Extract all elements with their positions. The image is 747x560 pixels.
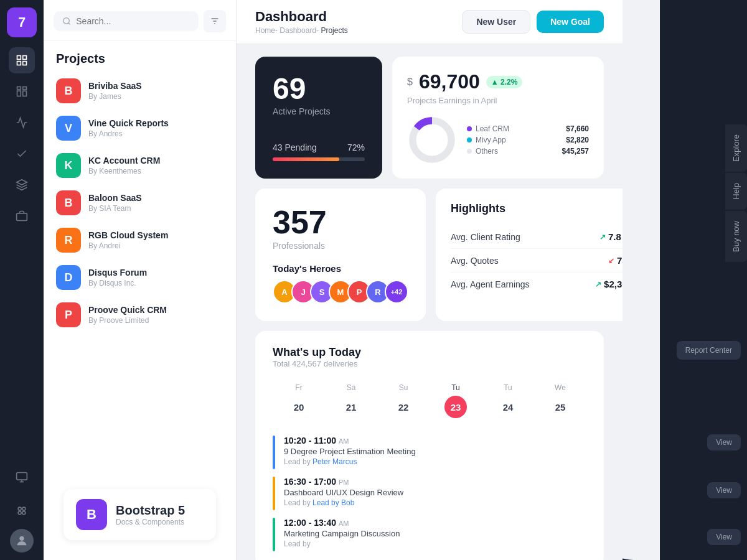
earnings-number: 69,700 (419, 70, 480, 93)
project-info: Disqus Forum By Disqus Inc. (88, 268, 223, 287)
calendar-day[interactable]: Tu 24 (482, 378, 534, 423)
project-icon: P (56, 302, 81, 327)
svg-rect-4 (17, 87, 21, 90)
sidebar-tab[interactable]: Buy now (725, 211, 747, 262)
project-author: By Disqus Inc. (88, 279, 223, 287)
search-bar-area (44, 0, 236, 40)
whatsup-header: What's up Today Total 424,567 deliveries (273, 346, 586, 368)
filter-button[interactable] (204, 10, 226, 32)
list-item[interactable]: B Baloon SaaS By SIA Team (44, 184, 236, 222)
project-icon: D (56, 265, 81, 290)
svg-marker-8 (17, 180, 27, 185)
highlight-label: Avg. Agent Earnings (451, 279, 530, 289)
calendar-day[interactable]: Fr 20 (273, 378, 325, 423)
view-button-3[interactable]: View (707, 529, 741, 545)
search-input-wrap[interactable] (54, 11, 199, 31)
list-item[interactable]: K KC Account CRM By Keenthemes (44, 147, 236, 184)
list-item[interactable]: V Vine Quick Reports By Andres (44, 110, 236, 147)
whatsup-section: What's up Today Total 424,567 deliveries… (255, 331, 604, 560)
schedule-item: 12:00 - 13:40 AM Marketing Campaign Disc… (273, 518, 586, 551)
list-item[interactable]: B Briviba SaaS By James (44, 72, 236, 110)
user-number-badge[interactable]: 7 (7, 7, 37, 37)
sidebar-tab[interactable]: Help (725, 173, 747, 210)
search-input[interactable] (76, 16, 190, 26)
sidebar-curve (622, 0, 660, 560)
sidebar-item-monitor[interactable] (9, 464, 35, 490)
project-icon: B (56, 78, 81, 103)
calendar-day[interactable]: Sa 21 (325, 378, 377, 423)
day-name: Sa (327, 383, 375, 392)
day-number: 21 (340, 396, 362, 418)
highlight-label: Avg. Quotes (451, 256, 499, 266)
project-author: By James (88, 92, 223, 101)
earnings-amount-row: $ 69,700 ▲ 2.2% (407, 70, 589, 93)
header-actions: New User New Goal (462, 10, 604, 34)
svg-rect-2 (17, 62, 21, 65)
schedule-content: 10:20 - 11:00 AM 9 Degree Project Estima… (284, 436, 416, 466)
sidebar-item-briefcase[interactable] (9, 203, 35, 229)
legend-dot (467, 138, 472, 142)
project-author: By SIA Team (88, 204, 223, 213)
svg-rect-5 (23, 87, 27, 90)
calendar-day[interactable]: We 25 (534, 378, 586, 423)
project-info: Baloon SaaS By SIA Team (88, 193, 223, 213)
list-item[interactable]: D Disqus Forum By Disqus Inc. (44, 259, 236, 296)
sidebar-tab[interactable]: Explore (725, 124, 747, 172)
sidebar-item-check[interactable] (9, 141, 35, 167)
sidebar-tabs: ExploreHelpBuy now (725, 124, 747, 263)
report-center-button[interactable]: Report Center (677, 341, 741, 360)
schedule-lead-link[interactable]: Peter Marcus (312, 457, 357, 466)
highlights-card: Highlights Avg. Client Rating ↗ 7.810 Av… (436, 189, 622, 321)
svg-rect-9 (17, 213, 27, 221)
schedule-content: 12:00 - 13:40 AM Marketing Campaign Disc… (284, 518, 400, 548)
project-info: RGB Cloud System By Andrei (88, 230, 223, 250)
trend-up-icon: ↗ (599, 233, 606, 241)
highlights-title: Highlights (451, 202, 622, 215)
schedule-name: 9 Degree Project Estimation Meeting (284, 447, 416, 456)
right-sidebar: ExploreHelpBuy now Report Center View Vi… (622, 0, 747, 560)
day-number: 22 (392, 396, 415, 418)
new-user-button[interactable]: New User (462, 10, 530, 34)
sidebar-item-dashboard[interactable] (9, 47, 35, 73)
sidebar-item-grid[interactable] (9, 78, 35, 105)
progress-bar-fill (273, 157, 339, 161)
main-content-area: Dashboard Home- Dashboard- Projects New … (237, 0, 622, 560)
day-name: Fr (275, 383, 322, 392)
legend-value: $2,820 (566, 136, 589, 144)
new-goal-button[interactable]: New Goal (537, 11, 604, 33)
svg-rect-1 (23, 56, 27, 60)
legend-dot (467, 149, 472, 154)
whatsup-subtitle: Total 424,567 deliveries (273, 359, 586, 368)
view-button-1[interactable]: View (707, 434, 741, 450)
user-profile-avatar[interactable] (10, 529, 34, 553)
project-name: Vine Quick Reports (88, 118, 223, 128)
project-info: Vine Quick Reports By Andres (88, 118, 223, 138)
bootstrap-card[interactable]: B Bootstrap 5 Docs & Components (63, 489, 216, 540)
calendar-day[interactable]: Tu 23 (430, 378, 482, 423)
list-item[interactable]: R RGB Cloud System By Andrei (44, 222, 236, 259)
schedule-lead-link[interactable]: Lead by Bob (312, 498, 354, 507)
sidebar-icons-panel: 7 (0, 0, 44, 560)
project-name: Proove Quick CRM (88, 305, 223, 315)
view-button-2[interactable]: View (707, 482, 741, 498)
sidebar-item-apps[interactable] (9, 498, 35, 524)
list-item[interactable]: P Proove Quick CRM By Proove Limited (44, 296, 236, 334)
heroes-more-button[interactable]: +42 (385, 280, 408, 304)
bootstrap-icon: B (76, 499, 107, 530)
svg-point-17 (19, 536, 24, 541)
schedule-line (273, 477, 275, 510)
project-info: KC Account CRM By Keenthemes (88, 156, 223, 175)
project-author: By Andrei (88, 241, 223, 250)
calendar-day[interactable]: Su 22 (377, 378, 430, 423)
highlight-value: ↙ 730 (608, 255, 622, 266)
legend-name: Mivy App (467, 136, 566, 144)
legend-item: Leaf CRM $7,660 (467, 124, 589, 133)
earnings-label: Projects Earnings in April (407, 96, 589, 105)
sidebar-item-chart[interactable] (9, 110, 35, 136)
sidebar-item-layers[interactable] (9, 172, 35, 198)
schedule-content: 16:30 - 17:00 PM Dashboard UI/UX Design … (284, 477, 403, 507)
project-info: Proove Quick CRM By Proove Limited (88, 305, 223, 325)
project-name: Baloon SaaS (88, 193, 223, 203)
search-icon (62, 16, 71, 26)
day-number: 20 (288, 396, 310, 418)
